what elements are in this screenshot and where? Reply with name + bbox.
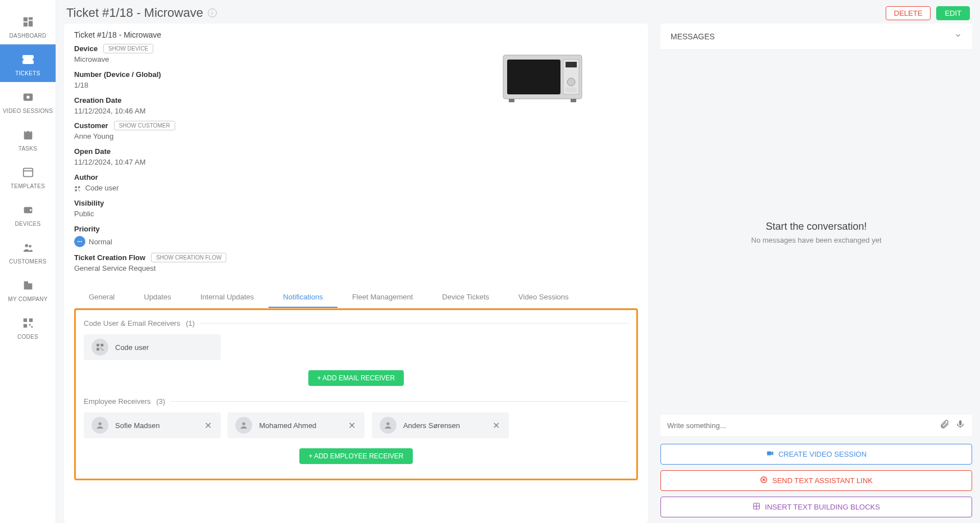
- svg-point-27: [78, 241, 79, 242]
- svg-rect-35: [566, 88, 577, 92]
- messages-title: MESSAGES: [671, 32, 715, 41]
- create-video-session-button[interactable]: CREATE VIDEO SESSION: [660, 444, 972, 465]
- employee-chip[interactable]: Anders Sørensen ✕: [372, 412, 509, 438]
- customer-value: Anne Young: [74, 132, 447, 140]
- chevron-down-icon: [954, 31, 962, 42]
- visibility-label: Visibility: [74, 199, 104, 207]
- insert-building-blocks-button[interactable]: INSERT TEXT BUILDING BLOCKS: [660, 497, 972, 517]
- codes-icon: [21, 316, 35, 330]
- show-device-button[interactable]: SHOW DEVICE: [103, 44, 153, 53]
- sidebar-item-tasks[interactable]: TASKS: [0, 120, 56, 157]
- sidebar-item-video-sessions[interactable]: VIDEO SESSIONS: [0, 82, 56, 120]
- message-input[interactable]: [667, 421, 934, 430]
- creation-date-label: Creation Date: [74, 96, 122, 104]
- tabs: General Updates Internal Updates Notific…: [74, 287, 638, 308]
- employee-name: Sofie Madsen: [115, 421, 197, 430]
- delete-button[interactable]: DELETE: [886, 6, 931, 20]
- page-title-text: Ticket #1/18 - Microwave: [66, 6, 203, 20]
- svg-rect-26: [79, 190, 80, 192]
- ticket-panel: Ticket #1/18 - Microwave Device SHOW DEV…: [64, 24, 648, 523]
- tasks-icon: [21, 128, 35, 142]
- sidebar-item-templates[interactable]: TEMPLATES: [0, 157, 56, 195]
- svg-point-43: [98, 422, 101, 425]
- device-image: [447, 44, 638, 278]
- remove-icon[interactable]: ✕: [491, 420, 501, 431]
- svg-point-33: [567, 78, 575, 86]
- send-text-assistant-button[interactable]: SEND TEXT ASSISTANT LINK: [660, 470, 972, 491]
- sidebar-item-label: VIDEO SESSIONS: [3, 108, 53, 114]
- employee-chip[interactable]: Mohamed Ahmed ✕: [227, 412, 364, 438]
- svg-rect-47: [767, 452, 772, 456]
- svg-marker-48: [771, 452, 773, 456]
- sidebar-item-dashboard[interactable]: DASHBOARD: [0, 7, 56, 44]
- devices-icon: [21, 203, 35, 217]
- svg-rect-1: [28, 17, 32, 20]
- tab-notifications[interactable]: Notifications: [268, 287, 338, 308]
- author-label: Author: [74, 173, 98, 181]
- blocks-btn-label: INSERT TEXT BUILDING BLOCKS: [765, 503, 880, 511]
- sidebar-item-label: DASHBOARD: [9, 33, 46, 39]
- edit-button[interactable]: EDIT: [936, 6, 970, 20]
- ticket-subtitle: Ticket #1/18 - Microwave: [74, 30, 638, 39]
- grid-icon: [753, 502, 760, 512]
- remove-icon[interactable]: ✕: [347, 420, 357, 431]
- device-value: Microwave: [74, 55, 447, 63]
- sidebar-item-devices[interactable]: DEVICES: [0, 195, 56, 233]
- add-employee-receiver-button[interactable]: + ADD EMPLOYEE RECEIVER: [299, 448, 412, 464]
- attachment-icon[interactable]: [940, 419, 950, 431]
- tab-fleet-management[interactable]: Fleet Management: [338, 287, 427, 308]
- sidebar-item-label: TASKS: [19, 145, 38, 152]
- svg-rect-21: [31, 326, 33, 328]
- svg-rect-46: [959, 420, 962, 425]
- code-user-chip[interactable]: Code user: [84, 334, 221, 360]
- code-user-name: Code user: [115, 343, 213, 352]
- svg-rect-2: [28, 21, 32, 26]
- tab-general[interactable]: General: [74, 287, 129, 308]
- svg-point-29: [81, 241, 82, 242]
- visibility-value: Public: [74, 210, 447, 218]
- messages-start-title: Start the conversation!: [765, 221, 867, 233]
- tab-internal-updates[interactable]: Internal Updates: [186, 287, 268, 308]
- sidebar-item-label: TICKETS: [15, 70, 40, 76]
- show-customer-button[interactable]: SHOW CUSTOMER: [114, 121, 175, 130]
- info-icon[interactable]: i: [208, 8, 217, 17]
- sidebar-item-customers[interactable]: CUSTOMERS: [0, 233, 56, 270]
- svg-point-45: [386, 422, 389, 425]
- svg-point-14: [29, 245, 31, 248]
- sidebar-item-codes[interactable]: CODES: [0, 308, 56, 345]
- tickets-icon: [21, 52, 35, 67]
- messages-header[interactable]: MESSAGES: [660, 24, 972, 50]
- sidebar-item-label: CUSTOMERS: [9, 258, 46, 265]
- tab-video-sessions[interactable]: Video Sessions: [504, 287, 583, 308]
- priority-value: Normal: [89, 238, 112, 246]
- svg-rect-25: [78, 189, 79, 190]
- sidebar-item-tickets[interactable]: TICKETS: [0, 44, 56, 82]
- messages-start-sub: No messages have been exchanged yet: [751, 236, 882, 244]
- add-email-receiver-button[interactable]: + ADD EMAIL RECEIVER: [308, 370, 404, 386]
- page-header: Ticket #1/18 - Microwave i DELETE EDIT: [56, 0, 980, 24]
- employee-count: (3): [156, 397, 165, 406]
- remove-icon[interactable]: ✕: [203, 420, 213, 431]
- svg-point-12: [29, 209, 31, 211]
- svg-rect-20: [29, 324, 30, 326]
- messages-panel: MESSAGES Start the conversation! No mess…: [660, 24, 972, 523]
- tab-updates[interactable]: Updates: [129, 287, 185, 308]
- employee-section-header: Employee Receivers (3): [84, 397, 628, 406]
- flow-label: Ticket Creation Flow: [74, 253, 145, 262]
- sidebar-item-my-company[interactable]: MY COMPANY: [0, 270, 56, 308]
- employee-chip[interactable]: Sofie Madsen ✕: [84, 412, 221, 438]
- microphone-icon[interactable]: [955, 419, 965, 431]
- svg-rect-0: [23, 17, 27, 21]
- svg-rect-36: [509, 99, 514, 102]
- tab-device-tickets[interactable]: Device Tickets: [427, 287, 504, 308]
- customer-label: Customer: [74, 121, 108, 130]
- svg-rect-38: [97, 344, 99, 347]
- author-value: Code user: [74, 184, 447, 192]
- number-value: 1/18: [74, 81, 447, 89]
- svg-rect-18: [29, 319, 32, 322]
- svg-rect-37: [571, 99, 576, 102]
- employee-header-text: Employee Receivers: [84, 397, 151, 406]
- svg-rect-7: [25, 130, 26, 133]
- show-creation-flow-button[interactable]: SHOW CREATION FLOW: [151, 253, 226, 262]
- svg-rect-34: [566, 62, 577, 67]
